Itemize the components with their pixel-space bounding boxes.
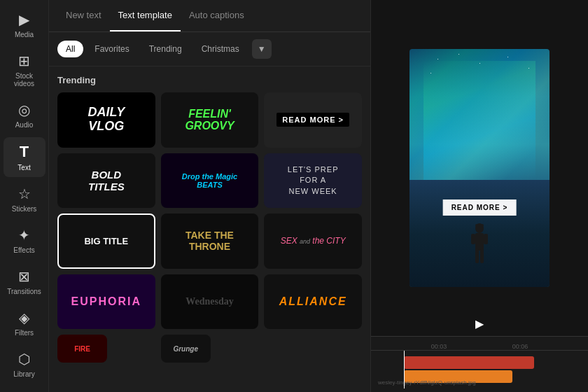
star: [438, 59, 438, 59]
template-take-throne[interactable]: TAKE THETHRONE: [161, 214, 259, 269]
person-silhouette: [469, 223, 490, 268]
svg-rect-6: [471, 234, 475, 244]
sidebar-label-library: Library: [13, 370, 35, 378]
sidebar: ▶ Media ⊞ Stock videos ◎ Audio T Text ☆ …: [0, 0, 49, 392]
svg-rect-3: [475, 233, 484, 251]
playhead: [404, 351, 405, 388]
template-grid: DAILYVLOG FEELIN'GROOVY READ MORE >: [57, 92, 362, 363]
tab-auto-captions[interactable]: Auto captions: [181, 0, 253, 31]
svg-rect-7: [484, 234, 488, 244]
tab-bar: New text Text template Auto captions: [49, 0, 370, 32]
star: [528, 68, 529, 69]
sidebar-label-filters: Filters: [15, 329, 34, 337]
template-daily-vlog-text: DAILYVLOG: [88, 106, 125, 134]
media-icon: ▶: [19, 11, 29, 28]
timeline-mark-2: [459, 343, 500, 350]
timeline-file-label: wesley-tingey-rYdlfNlgIzQ-unsplash.jpg: [378, 379, 581, 386]
template-feelin-groovy[interactable]: FEELIN'GROOVY: [161, 92, 259, 148]
template-read-more[interactable]: READ MORE >: [264, 92, 362, 148]
timeline: 00:03 00:06 wesley-tingey-rYdlfNlgIzQ-un…: [371, 336, 588, 392]
text-icon: T: [20, 143, 29, 161]
tab-text-template[interactable]: Text template: [110, 0, 181, 31]
template-bold-titles-text: BOLDTITLES: [88, 169, 125, 192]
sidebar-label-transitions: Transitions: [7, 288, 41, 295]
stars-layer: [410, 49, 550, 144]
timeline-ruler: 00:03 00:06: [371, 337, 588, 351]
template-row5-b-text: Grunge: [173, 345, 198, 353]
star: [507, 57, 508, 57]
filter-favorites[interactable]: Favorites: [86, 41, 137, 57]
star: [479, 63, 480, 64]
sidebar-item-stickers[interactable]: ☆ Stickers: [4, 180, 46, 218]
template-drop-magic-text: Drop the MagicBEATS: [182, 172, 237, 189]
sidebar-label-text: Text: [18, 164, 30, 172]
template-feelin-groovy-text: FEELIN'GROOVY: [185, 108, 234, 132]
sidebar-label-effects: Effects: [13, 246, 34, 254]
template-lets-prep-text: LET'S PREPFOR ANEW WEEK: [288, 164, 339, 197]
stock-videos-icon: ⊞: [18, 52, 30, 69]
sidebar-label-audio: Audio: [15, 121, 34, 129]
template-alliance[interactable]: ALLIANCE: [264, 274, 362, 330]
timeline-mark-1: 00:03: [419, 343, 459, 350]
sidebar-item-stock-videos[interactable]: ⊞ Stock videos: [4, 47, 46, 93]
template-bold-titles[interactable]: BOLDTITLES: [57, 153, 155, 209]
content-panel: New text Text template Auto captions All…: [49, 0, 371, 392]
template-row5-a-text: FIRE: [74, 345, 90, 353]
template-wednesday-text: Wednesday: [186, 296, 233, 307]
star: [458, 54, 459, 55]
filter-christmas[interactable]: Christmas: [193, 41, 248, 57]
template-wednesday[interactable]: Wednesday: [161, 274, 259, 330]
play-button[interactable]: ▶: [475, 317, 484, 330]
preview-panel: READ MORE > ▶ 00:03 00:06: [371, 0, 588, 392]
transitions-icon: ⊠: [18, 268, 30, 285]
library-icon: ⬡: [18, 351, 30, 368]
template-big-title-text: BIG TITLE: [84, 236, 128, 246]
timeline-marks: 00:03 00:06: [378, 343, 581, 350]
timeline-mark-0: [378, 343, 419, 350]
template-row5-b[interactable]: Grunge: [161, 335, 211, 363]
sidebar-item-effects[interactable]: ✦ Effects: [4, 221, 46, 260]
track-video[interactable]: [404, 356, 534, 369]
stickers-icon: ☆: [18, 186, 31, 202]
sidebar-item-library[interactable]: ⬡ Library: [4, 345, 46, 384]
template-lets-prep[interactable]: LET'S PREPFOR ANEW WEEK: [264, 153, 362, 209]
template-read-more-text: READ MORE >: [276, 113, 349, 127]
template-drop-magic[interactable]: Drop the MagicBEATS: [161, 153, 259, 209]
template-big-title[interactable]: BIG TITLE: [57, 214, 155, 269]
filters-icon: ◈: [19, 309, 29, 326]
filter-trending[interactable]: Trending: [141, 41, 190, 57]
main-panel: New text Text template Auto captions All…: [49, 0, 588, 392]
sidebar-item-text[interactable]: T Text: [4, 137, 46, 177]
timeline-mark-3: 00:06: [500, 343, 540, 350]
template-alliance-text: ALLIANCE: [279, 295, 347, 308]
template-grid-area: Trending DAILYVLOG FEELIN'GROOVY READ MO…: [49, 66, 370, 392]
filter-bar: All Favorites Trending Christmas ▼: [49, 32, 370, 66]
filter-dropdown-button[interactable]: ▼: [252, 39, 272, 59]
sidebar-label-stickers: Stickers: [12, 205, 37, 213]
sidebar-item-audio[interactable]: ◎ Audio: [4, 96, 46, 134]
audio-icon: ◎: [18, 102, 30, 118]
sidebar-item-media[interactable]: ▶ Media: [4, 6, 46, 44]
sidebar-item-filters[interactable]: ◈ Filters: [4, 304, 46, 342]
preview-image: READ MORE >: [410, 49, 550, 287]
template-sex-city-text: SEX and the CITY: [281, 236, 346, 246]
play-icon: ▶: [475, 318, 484, 330]
filter-all[interactable]: All: [57, 41, 83, 57]
trending-section-title: Trending: [57, 75, 362, 85]
star: [430, 73, 431, 74]
template-euphoria-text: EUPHORIA: [71, 295, 141, 308]
sidebar-item-transitions[interactable]: ⊠ Transitions: [4, 262, 46, 301]
svg-rect-2: [475, 224, 484, 227]
effects-icon: ✦: [18, 227, 30, 244]
svg-rect-4: [475, 249, 479, 263]
template-row5-a[interactable]: FIRE: [57, 335, 107, 363]
template-euphoria[interactable]: EUPHORIA: [57, 274, 155, 330]
sidebar-label-media: Media: [15, 31, 34, 38]
tab-new-text[interactable]: New text: [57, 0, 110, 31]
template-sex-city[interactable]: SEX and the CITY: [264, 214, 362, 269]
template-daily-vlog[interactable]: DAILYVLOG: [57, 92, 155, 148]
timeline-tracks: wesley-tingey-rYdlfNlgIzQ-unsplash.jpg: [371, 351, 588, 388]
sidebar-label-stock-videos: Stock videos: [6, 72, 43, 88]
svg-rect-5: [480, 249, 484, 263]
read-more-overlay-badge: READ MORE >: [443, 200, 517, 216]
